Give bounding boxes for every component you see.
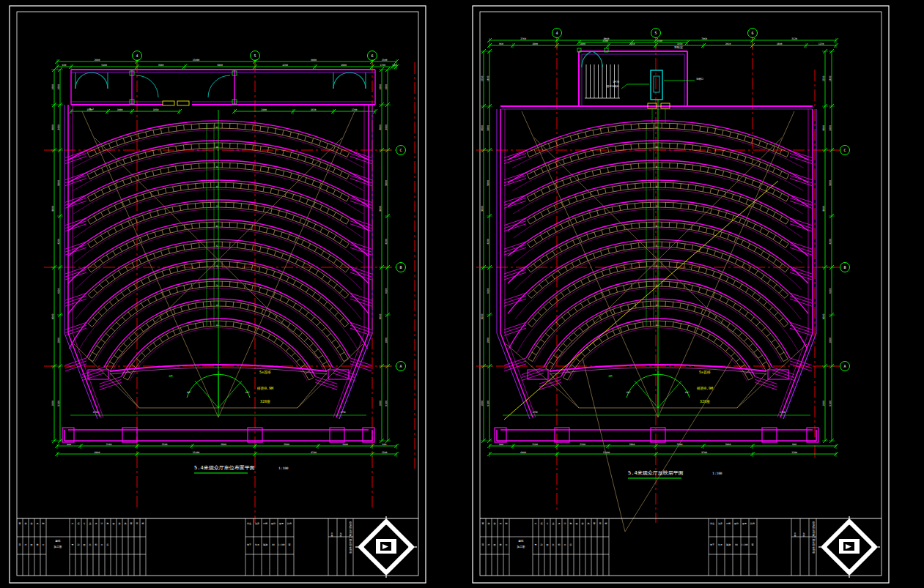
label: 资质 (255, 522, 259, 525)
company-logo-icon (355, 516, 417, 578)
label: 页次 (802, 532, 805, 537)
label: 1400 (385, 84, 388, 90)
label: 1400 (57, 84, 60, 90)
label: 固定放映机 (607, 84, 620, 88)
label: 5800 (221, 443, 226, 446)
label: 900 (499, 443, 503, 446)
label: 业 (89, 522, 92, 525)
label: 日 (42, 543, 45, 546)
stage-note: 328座 (260, 399, 270, 403)
label: 1800 (532, 42, 538, 45)
label: 08 (735, 543, 738, 546)
grid-bubble-label: 4 (136, 53, 138, 58)
stage: 60°60°5=首排排距0.9M328座6M17501750 (70, 365, 366, 415)
plan-scale: 1:100 (712, 472, 722, 475)
sight-lines (504, 111, 807, 532)
label: 签字 (710, 543, 714, 546)
label: 图别 (734, 522, 739, 525)
label: 900 (792, 443, 797, 446)
label: 5800 (829, 180, 832, 186)
label: 设 (558, 522, 561, 525)
label: 别 (78, 543, 80, 546)
label: 1400 (51, 84, 54, 90)
label: 制 (570, 522, 572, 525)
label: 比例 (287, 522, 292, 525)
label: 期 (605, 522, 607, 525)
title-block: 审核校设制定对图描日工程专业设计制图校核审定期号别图比例日版建筑施工图单位资质日… (480, 516, 882, 578)
label: 放映口 (696, 77, 703, 81)
label: 日 (101, 543, 103, 546)
label: 15000 (193, 59, 200, 62)
label: 图 (31, 543, 33, 546)
plan-caption: 5.4米观众厅座位布置平面 (194, 465, 255, 471)
label: 1750 (532, 411, 537, 414)
label: 1000 (379, 401, 382, 406)
label: 4200 (385, 239, 388, 245)
label: 6100 (385, 401, 388, 406)
label: 日 (564, 543, 566, 546)
grid-bubble-label: C (399, 148, 402, 152)
swing-door-icon (208, 75, 230, 97)
caption: 5.4米观众厅座位布置平面1:100 (194, 465, 289, 473)
label: 1750 (340, 411, 345, 414)
label: 别 (541, 543, 543, 546)
label: 定 (482, 543, 484, 546)
label: 1000 (822, 401, 825, 406)
label: 1700 (352, 108, 358, 111)
label: 8 (656, 185, 657, 188)
label: 60° (187, 391, 191, 394)
stage-note: 排距0.9M (696, 386, 713, 390)
label: 5900 (284, 443, 289, 446)
label: 图 (547, 543, 549, 546)
label: 1400 (379, 84, 382, 90)
company-logo-icon (818, 516, 880, 578)
label: 3400 (829, 125, 832, 131)
label: 4100 (487, 289, 489, 294)
plan-caption: 5.4米观众厅放映层平面 (628, 470, 684, 476)
label: 8 (216, 185, 218, 188)
label: 4800 (822, 125, 825, 131)
label: 15400 (193, 451, 200, 454)
label: 3 (216, 284, 218, 287)
seating: 1234567891011 (504, 100, 812, 417)
label: 6000 (51, 314, 54, 320)
label: 9600 (51, 206, 54, 212)
label: 60° (685, 391, 690, 394)
label: 核 (124, 522, 127, 525)
label: 图号 (279, 522, 284, 525)
label: 专 (547, 522, 549, 525)
label: 2340 (657, 40, 662, 42)
label: 1 (656, 324, 657, 327)
grid-bubble-label: 5 (254, 53, 256, 58)
label: 6000 (520, 451, 526, 454)
label: 期 (142, 522, 144, 525)
label: 核 (487, 522, 490, 525)
label: 制 (506, 522, 508, 525)
label: 6000 (481, 314, 484, 320)
label: 工 (535, 522, 537, 525)
label: 15400 (603, 451, 610, 454)
label: 7 (656, 205, 657, 208)
label: 2100 (532, 443, 538, 446)
label: 6100 (487, 401, 489, 406)
label: 960 (499, 42, 503, 45)
label: 建筑 (517, 540, 524, 543)
label: 核 (24, 522, 27, 525)
label: 描 (500, 543, 502, 546)
label: 5 (656, 245, 657, 248)
label: 例 (95, 543, 97, 546)
label: 2000 (342, 443, 348, 446)
label: 4100 (829, 289, 832, 294)
label: 程 (541, 522, 543, 525)
label: 版 (570, 543, 572, 546)
label: 9700 (701, 451, 707, 454)
grid-bubble-label: B (399, 265, 402, 269)
label: 2400 (261, 108, 267, 111)
label: 6M (169, 374, 173, 378)
label: 图 (494, 543, 496, 546)
label: 1000 (51, 401, 54, 406)
label: 9600 (822, 206, 825, 212)
double-door-icon (333, 72, 366, 89)
label: 校 (581, 522, 584, 525)
label: 1890 (777, 42, 783, 45)
